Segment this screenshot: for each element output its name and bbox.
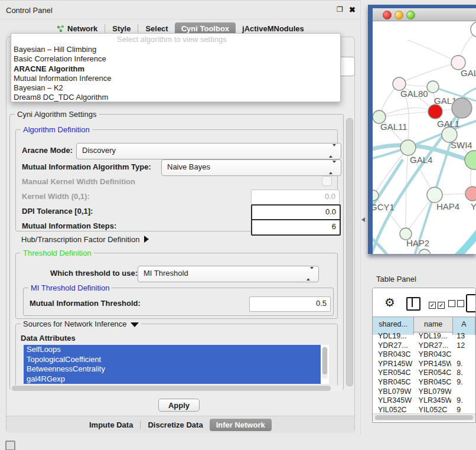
table-row[interactable]: YPR145WYPR145W9. xyxy=(373,360,475,369)
control-panel-title: Control Panel xyxy=(6,6,53,15)
network-node[interactable] xyxy=(400,140,416,155)
close-icon[interactable]: ✖ xyxy=(349,5,356,14)
network-window-titlebar[interactable] xyxy=(373,8,476,21)
network-node[interactable] xyxy=(452,98,472,118)
deselect-all-checkboxes-icon[interactable] xyxy=(448,299,466,309)
attribute-list-scrollbar[interactable] xyxy=(322,346,328,379)
table-row[interactable]: YDL19...YDL19...13 xyxy=(373,332,475,341)
network-node[interactable] xyxy=(471,22,476,37)
collapse-arrow-icon xyxy=(144,236,149,243)
hub-definition-toggle[interactable]: Hub/Transcription Factor Definition xyxy=(21,235,149,244)
node-label: SWI4 xyxy=(451,140,472,150)
table-cell: YLR345W xyxy=(373,396,413,406)
kernel-width-label: Kernel Width (0,1): xyxy=(22,192,90,201)
mi-steps-label: Mutual Information Steps: xyxy=(22,221,116,230)
sources-title[interactable]: Sources for Network Inference xyxy=(21,319,141,328)
network-node[interactable] xyxy=(427,81,439,93)
settings-horizontal-scrollbar[interactable] xyxy=(11,385,343,392)
mi-type-value: Naive Bayes xyxy=(167,162,210,171)
collapsed-panel-icon[interactable] xyxy=(5,441,15,450)
table-row[interactable]: YIL052CYIL052C9 xyxy=(373,406,475,413)
attribute-list-item[interactable]: TopologicalCoefficient xyxy=(24,355,321,365)
algorithm-option[interactable]: ARACNE Algorithm xyxy=(12,64,339,74)
table-cell: YIL052C xyxy=(373,406,413,413)
spinner-icon xyxy=(307,269,314,278)
gear-icon[interactable]: ⚙ xyxy=(384,295,395,309)
mi-type-select[interactable]: Naive Bayes xyxy=(161,159,341,176)
tab-label: Select xyxy=(145,24,168,33)
network-node[interactable] xyxy=(427,187,442,203)
table-row[interactable]: YER054CYER054C8. xyxy=(373,369,475,378)
attribute-list-item[interactable]: gal4RGexp xyxy=(24,374,321,384)
network-canvas[interactable]: GAL8GAL80GAL10GAL1GAL11SWI4GAL4GCY1HAP4Y… xyxy=(373,21,476,254)
splitter-collapse-icon[interactable] xyxy=(361,217,365,222)
algorithm-option[interactable]: Bayesian – Hill Climbing xyxy=(12,45,339,54)
node-label: HAP2 xyxy=(406,238,429,248)
columns-icon[interactable] xyxy=(406,297,420,311)
table-cell: YDL19... xyxy=(413,332,452,341)
tab-label: jActiveMNodules xyxy=(242,24,304,33)
tab-impute-data[interactable]: Impute Data xyxy=(83,419,139,431)
minimize-traffic-light-icon[interactable] xyxy=(395,11,403,19)
table-row[interactable]: YLR345WYLR345W9. xyxy=(373,396,475,406)
control-panel-bottom-tabs: Impute DataDiscretize DataInfer Network xyxy=(83,418,272,431)
node-label: GAL8 xyxy=(461,68,476,78)
settings-vertical-scrollbar[interactable] xyxy=(345,116,353,390)
network-graph: GAL8GAL80GAL10GAL1GAL11SWI4GAL4GCY1HAP4Y… xyxy=(373,21,476,254)
table-row[interactable]: YBR045CYBR045C9. xyxy=(373,378,475,387)
mi-threshold-field[interactable]: 0.5 xyxy=(249,296,331,312)
zoom-traffic-light-icon[interactable] xyxy=(406,11,415,19)
network-node[interactable] xyxy=(465,151,476,169)
table-cell: YPR145W xyxy=(373,360,413,369)
algorithm-option[interactable]: Basic Correlation Inference xyxy=(12,54,339,64)
aracne-mode-select[interactable]: Discovery xyxy=(76,143,341,159)
table-row[interactable]: YBR043CYBR043C xyxy=(373,350,475,360)
panel-divider xyxy=(360,0,361,435)
table-cell: 13 xyxy=(451,332,475,341)
document-icon[interactable] xyxy=(466,294,476,312)
table-cell: YBR043C xyxy=(373,350,413,360)
float-window-icon[interactable]: ❐ xyxy=(337,5,343,14)
table-cell: 9. xyxy=(451,378,475,387)
kernel-width-field: 0.0 xyxy=(251,190,340,205)
select-all-checkboxes-icon[interactable]: ✓✓ xyxy=(429,299,446,309)
mi-steps-field[interactable]: 6 xyxy=(251,219,341,236)
apply-button[interactable]: Apply xyxy=(158,399,200,412)
algorithm-option[interactable]: Mutual Information Inference xyxy=(12,74,339,83)
cyni-algorithm-settings-title: Cyni Algorithm Settings xyxy=(15,110,99,119)
table-cell: YBL079W xyxy=(413,387,452,397)
tab-label: Style xyxy=(112,24,131,33)
node-label: HAP4 xyxy=(436,201,459,211)
manual-kernel-checkbox[interactable] xyxy=(322,176,332,186)
tab-label: Impute Data xyxy=(89,420,133,429)
which-threshold-select[interactable]: MI Threshold xyxy=(138,266,319,282)
attribute-list-item[interactable]: SelfLoops xyxy=(24,345,321,355)
tab-separator xyxy=(138,24,138,32)
manual-kernel-label: Manual Kernel Width Definition xyxy=(22,177,135,186)
attribute-list-item[interactable]: BetweennessCentrality xyxy=(24,364,321,374)
tab-discretize-data[interactable]: Discretize Data xyxy=(141,419,209,431)
expand-arrow-icon xyxy=(131,322,139,327)
tab-infer-network[interactable]: Infer Network xyxy=(210,419,272,431)
threshold-definition-title: Threshold Definition xyxy=(21,249,94,257)
data-attributes-list: SelfLoopsTopologicalCoefficientBetweenne… xyxy=(24,345,329,384)
table-toolbar: ⚙ ✓✓ xyxy=(373,288,475,317)
network-node[interactable] xyxy=(428,105,442,119)
table-cell: 9 xyxy=(451,406,475,413)
dpi-tolerance-field[interactable]: 0.0 xyxy=(251,204,341,221)
algorithm-option[interactable]: Bayesian – K2 xyxy=(12,83,339,93)
table-row[interactable]: YDR27...YDR27...12 xyxy=(373,341,475,351)
table-cell: YDR27... xyxy=(373,341,413,351)
table-cell: YIL052C xyxy=(413,406,452,413)
node-label: GAL80 xyxy=(400,89,428,99)
table-row[interactable]: YBL079WYBL079W xyxy=(373,387,475,397)
network-node[interactable] xyxy=(419,249,431,254)
close-traffic-light-icon[interactable] xyxy=(383,11,392,19)
tab-label: Infer Network xyxy=(216,420,265,429)
network-node[interactable] xyxy=(465,187,476,201)
algorithm-option[interactable]: Dream8 DC_TDC Algorithm xyxy=(12,93,339,102)
table-horizontal-scrollbar[interactable] xyxy=(373,413,475,421)
application-window: Control Panel ❐ ✖ NetworkStyleSelectCyni… xyxy=(0,0,476,450)
control-panel-titlebar: Control Panel ❐ ✖ xyxy=(0,0,360,19)
algorithm-dropdown-popup: Select algorithm to view settings Bayesi… xyxy=(11,33,341,102)
